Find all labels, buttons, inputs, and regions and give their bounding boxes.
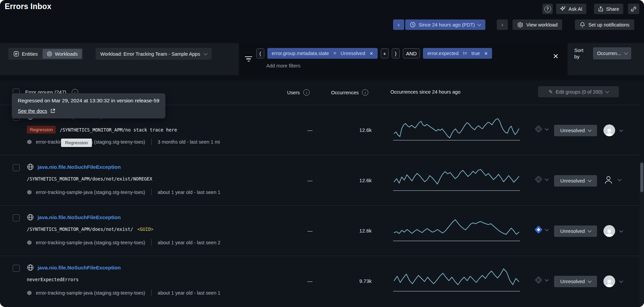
- tooltip-text: Regressed on Mar 29, 2024 at 13:30:32 in…: [18, 98, 159, 104]
- filter-builder: ( error.group.metadata.state = Unresolve…: [239, 43, 568, 75]
- priority-dropdown[interactable]: [534, 226, 550, 233]
- ask-ai-button[interactable]: Ask AI: [556, 4, 586, 14]
- row-checkbox[interactable]: [13, 265, 20, 272]
- see-the-docs-link[interactable]: See the docs: [18, 108, 47, 114]
- open-paren-button[interactable]: (: [256, 48, 264, 58]
- entity-hexagon-icon: [27, 290, 32, 296]
- priority-diamond-icon: [534, 175, 542, 183]
- error-group-link[interactable]: java.nio.file.NoSuchFileException: [38, 265, 121, 271]
- error-group-link[interactable]: java.nio.file.NoSuchFileException: [38, 164, 121, 170]
- status-dropdown[interactable]: Unresolved: [554, 175, 597, 187]
- workloads-tab[interactable]: Workloads: [43, 49, 82, 59]
- occurrence-sparkline[interactable]: [393, 165, 520, 191]
- close-paren-button[interactable]: ): [392, 48, 400, 58]
- copy-link-button[interactable]: [628, 4, 639, 14]
- workload-selector[interactable]: Workload: Error Tracking Team - Sample A…: [96, 48, 212, 60]
- entity-name[interactable]: error-tracking-sample-java (staging.stg-…: [36, 190, 145, 195]
- error-message-highlight: <GUID>: [137, 226, 154, 232]
- edit-groups-button[interactable]: ✎ Edit groups (0 of 200): [538, 86, 619, 97]
- occurrences-value: 12.6k: [325, 228, 372, 234]
- assignee-dropdown[interactable]: [601, 275, 625, 288]
- error-message: /SYNTHETICS_MONITOR_APM/does/not/exist/N…: [27, 176, 152, 182]
- filter-pill-state[interactable]: error.group.metadata.state = Unresolved …: [267, 48, 378, 59]
- scope-toggle: Entities Workloads: [8, 48, 83, 60]
- age-text: 3 months old - last seen 1 mi: [158, 139, 220, 145]
- regression-tooltip: Regressed on Mar 29, 2024 at 13:30:32 in…: [12, 93, 165, 118]
- assignee-dropdown[interactable]: [601, 174, 623, 185]
- occurrences-value: 9.73k: [325, 278, 372, 284]
- sort-dropdown[interactable]: Occurren...: [593, 47, 631, 59]
- chevron-down-icon: [605, 89, 609, 93]
- users-value: —: [297, 228, 323, 234]
- occurrence-sparkline[interactable]: [393, 266, 520, 292]
- bell-icon: [580, 22, 585, 28]
- status-dropdown[interactable]: Unresolved: [554, 225, 597, 237]
- entities-label: Entities: [22, 51, 38, 57]
- ask-ai-label: Ask AI: [569, 6, 582, 12]
- error-group-row: java.nio.file.NoSuchFileException /SYNTH…: [0, 205, 639, 256]
- remove-filter-icon[interactable]: ✕: [484, 51, 488, 56]
- row-checkbox[interactable]: [13, 214, 20, 221]
- users-value: —: [297, 278, 323, 284]
- status-dropdown[interactable]: Unresolved: [554, 125, 597, 136]
- chevron-down-icon: [618, 177, 621, 181]
- status-label: Unresolved: [560, 228, 585, 234]
- row-checkbox[interactable]: [13, 164, 20, 171]
- info-icon[interactable]: i: [362, 89, 368, 96]
- remove-filter-icon[interactable]: ✕: [370, 51, 373, 56]
- pencil-icon: ✎: [548, 89, 553, 95]
- help-button[interactable]: ?: [542, 4, 553, 14]
- entity-name[interactable]: error-tracking-sample-java (staging.stg-…: [36, 290, 145, 296]
- priority-diamond-icon-blue: [534, 225, 542, 234]
- add-more-filters[interactable]: Add more filters: [266, 63, 301, 68]
- error-message: /SYNTHETICS_MONITOR_APM/no stack trace h…: [60, 127, 177, 133]
- view-workload-label: View workload: [526, 22, 557, 28]
- assignee-dropdown[interactable]: [601, 124, 625, 137]
- chevron-down-icon: [588, 178, 591, 182]
- error-group-row: java.nio.file.NoSuchFileException neverE…: [0, 256, 639, 306]
- chevron-down-icon: [477, 22, 481, 26]
- time-forward-button[interactable]: ›: [497, 19, 508, 30]
- entities-icon: [13, 51, 19, 57]
- view-workload-button[interactable]: View workload: [513, 19, 562, 30]
- time-picker[interactable]: Since 24 hours ago (PDT): [405, 19, 485, 30]
- assignee-dropdown[interactable]: [601, 225, 625, 237]
- occurrence-sparkline[interactable]: [393, 115, 520, 141]
- regression-badge: Regression: [27, 126, 56, 134]
- filter-value: Unresolved: [340, 51, 365, 56]
- occurrence-sparkline[interactable]: [393, 216, 520, 241]
- sort-value: Occurren...: [597, 51, 621, 56]
- error-group-row: java.nio.file.NoSuchFileException /SYNTH…: [0, 155, 639, 206]
- share-label: Share: [606, 6, 619, 12]
- info-icon[interactable]: i: [303, 89, 310, 96]
- globe-icon: [27, 163, 34, 170]
- clear-filters-button[interactable]: ✕: [551, 52, 561, 60]
- add-condition-button[interactable]: +: [381, 48, 389, 58]
- scrollbar-thumb[interactable]: [640, 163, 643, 192]
- occurrences-value: 12.6k: [325, 177, 372, 183]
- error-message: neverExpectedErrors: [27, 277, 78, 282]
- error-group-link[interactable]: java.nio.file.NoSuchFileException: [38, 214, 121, 220]
- filter-operator: =: [333, 51, 336, 56]
- filter-panel: Entities Workloads Workload: Error Track…: [0, 43, 644, 75]
- priority-dropdown[interactable]: [534, 277, 550, 283]
- chevron-down-icon: [619, 279, 623, 283]
- priority-dropdown[interactable]: [534, 176, 550, 183]
- setup-notifications-button[interactable]: Set up notifications: [575, 19, 634, 30]
- chevron-down-icon: [204, 51, 207, 55]
- status-dropdown[interactable]: Unresolved: [554, 276, 597, 287]
- priority-dropdown[interactable]: [534, 126, 550, 132]
- workload-selector-label: Workload: Error Tracking Team - Sample A…: [100, 51, 200, 57]
- share-icon: [598, 6, 603, 12]
- time-range-label: Since 24 hours ago (PDT): [419, 22, 475, 28]
- workload-hexagon-icon: [517, 22, 523, 28]
- entity-name[interactable]: error-tracking-sample-java (staging.stg-…: [36, 240, 145, 245]
- entities-tab[interactable]: Entities: [9, 49, 42, 59]
- occurrences-column-header: Occurrences: [331, 90, 359, 95]
- users-value: —: [297, 127, 323, 133]
- time-back-button[interactable]: ‹: [393, 19, 404, 30]
- filter-pill-expected[interactable]: error.expected != true ✕: [423, 48, 492, 59]
- and-operator-button[interactable]: AND: [403, 48, 420, 58]
- clock-icon: [410, 22, 416, 28]
- share-button[interactable]: Share: [594, 4, 623, 14]
